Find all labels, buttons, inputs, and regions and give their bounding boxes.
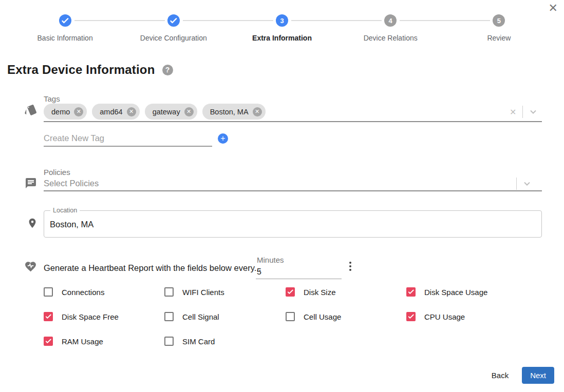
step-check-icon	[167, 14, 180, 27]
policies-underline	[44, 190, 542, 191]
checkbox-icon[interactable]	[164, 312, 174, 321]
create-tag-underline	[44, 146, 212, 147]
remove-tag-icon[interactable]: ✕	[253, 107, 262, 116]
checkbox-icon[interactable]	[406, 312, 416, 321]
checkbox-icon[interactable]	[164, 337, 174, 346]
tags-clear-icon[interactable]: ✕	[503, 107, 522, 117]
extra-device-info-dialog: ✕ Basic Information Device Configuration…	[0, 0, 564, 392]
minutes-input[interactable]	[257, 266, 342, 278]
policies-select[interactable]: Select Policies	[44, 179, 99, 188]
stepper-step[interactable]: 3 Extra Information	[228, 14, 336, 42]
stepper-connector	[183, 20, 273, 21]
tag-chip-label: demo	[51, 108, 70, 116]
remove-tag-icon[interactable]: ✕	[127, 107, 136, 116]
checkbox-icon[interactable]	[286, 287, 295, 297]
back-button[interactable]: Back	[484, 367, 516, 384]
tag-chip: demo ✕	[44, 104, 87, 120]
stepper-step[interactable]: Basic Information	[11, 14, 119, 42]
step-label: Review	[487, 34, 511, 42]
tags-chevron-down-icon[interactable]	[523, 107, 543, 117]
tag-chip: amd64 ✕	[92, 104, 139, 120]
step-label: Device Relations	[364, 34, 418, 42]
step-label: Extra Information	[252, 34, 312, 42]
checkbox-icon[interactable]	[44, 337, 53, 346]
stepper-connector	[291, 20, 382, 21]
tags-underline	[44, 121, 542, 122]
stepper-step[interactable]: 4 Device Relations	[336, 14, 445, 42]
stepper-step[interactable]: Device Configuration	[119, 14, 228, 42]
add-tag-button[interactable]: +	[218, 133, 228, 144]
location-label: Location	[50, 207, 80, 214]
heartbeat-field-checkbox[interactable]: RAM Usage	[44, 336, 164, 347]
tags-label: Tags	[44, 94, 60, 103]
policies-icon	[25, 177, 37, 191]
heartbeat-description: Generate a Heartbeat Report with the fie…	[44, 263, 261, 273]
tag-chip-label: Boston, MA	[210, 108, 249, 116]
heartbeat-field-checkbox[interactable]: Cell Signal	[164, 311, 286, 322]
heartbeat-field-checkbox[interactable]: WIFI Clients	[164, 286, 286, 298]
page-title: Extra Device Information	[7, 63, 155, 77]
policies-chevron-down-icon[interactable]	[517, 179, 537, 189]
heartbeat-field-checkbox[interactable]: Cell Usage	[286, 311, 406, 322]
tag-chip-label: amd64	[100, 108, 122, 116]
kebab-menu-icon[interactable]	[346, 261, 355, 272]
checkbox-icon[interactable]	[286, 312, 295, 321]
checkbox-icon[interactable]	[44, 287, 53, 297]
tags-icon	[24, 103, 37, 119]
heartbeat-field-checkbox[interactable]: SIM Card	[164, 336, 286, 347]
policies-label: Policies	[44, 168, 70, 177]
heartbeat-icon	[24, 260, 37, 275]
tags-chip-list: demo ✕ amd64 ✕ gateway ✕ Boston, MA ✕	[44, 104, 266, 120]
stepper-step[interactable]: 5 Review	[445, 14, 553, 42]
tag-chip-label: gateway	[153, 108, 180, 116]
create-tag-input[interactable]	[44, 131, 212, 145]
step-number: 5	[493, 14, 505, 27]
heartbeat-field-checkbox[interactable]: Disk Size	[286, 286, 406, 298]
step-check-icon	[59, 14, 71, 27]
step-label: Basic Information	[37, 34, 93, 42]
heartbeat-field-checkbox[interactable]: Disk Space Free	[44, 311, 164, 322]
minutes-label: Minutes	[257, 256, 284, 264]
location-pin-icon	[27, 218, 38, 231]
heartbeat-field-checkbox[interactable]: Disk Space Usage	[406, 286, 528, 298]
checkbox-icon[interactable]	[44, 312, 53, 321]
location-field[interactable]	[44, 210, 542, 238]
wizard-stepper: Basic Information Device Configuration 3…	[11, 14, 553, 46]
stepper-connector	[400, 20, 490, 21]
heartbeat-field-checkbox[interactable]: Connections	[44, 286, 164, 298]
checkbox-icon[interactable]	[406, 287, 416, 297]
heartbeat-field-checkbox[interactable]: CPU Usage	[406, 311, 528, 322]
heartbeat-fields-grid: Connections WIFI Clients Disk Size Disk …	[44, 286, 552, 347]
step-number: 4	[384, 14, 397, 27]
help-icon[interactable]: ?	[162, 65, 173, 75]
stepper-connector	[74, 20, 165, 21]
tag-chip: Boston, MA ✕	[202, 104, 266, 120]
remove-tag-icon[interactable]: ✕	[184, 107, 194, 116]
minutes-underline	[256, 279, 342, 279]
next-button[interactable]: Next	[522, 367, 554, 384]
remove-tag-icon[interactable]: ✕	[74, 107, 83, 116]
location-value: Boston, MA	[50, 220, 93, 229]
step-label: Device Configuration	[140, 34, 207, 42]
tag-chip: gateway ✕	[145, 104, 197, 120]
checkbox-icon[interactable]	[164, 287, 174, 297]
step-number: 3	[276, 14, 288, 27]
